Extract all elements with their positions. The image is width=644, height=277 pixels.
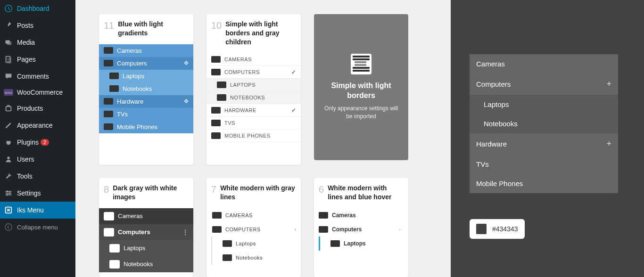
sidebar-item-label: Comments [17,73,49,80]
thumb-icon [104,228,114,236]
svg-rect-4 [7,57,11,64]
sidebar-item-appearance[interactable]: Appearance [0,117,75,134]
menu-row: Cameras [99,44,193,57]
sidebar-item-label: Posts [17,22,33,29]
plus-icon: + [606,79,611,89]
pin-icon [4,21,13,30]
thumb-icon [212,226,222,233]
thumb-icon [104,98,113,105]
menu-row: HARDWARE✓ [206,104,301,117]
menu-row: Mobile Phones [99,121,193,133]
menu-row: Laptops [211,236,301,251]
sidebar-item-products[interactable]: Products [0,100,75,117]
preview-item-computers[interactable]: Computers+ [470,73,618,95]
sidebar-item-label: Settings [17,189,41,197]
menu-row: Laptops [319,236,408,251]
thumb-icon [211,132,221,139]
sidebar-item-label: Users [17,155,34,163]
thumb-icon [104,123,113,130]
thumb-icon [223,254,232,261]
menu-row: LAPTOPS [206,79,301,91]
sidebar-item-tools[interactable]: Tools [0,168,75,185]
main-content: 11 Blue with light gradients Cameras Com… [75,0,451,277]
sidebar-item-pages[interactable]: Pages [0,51,75,68]
sidebar-item-label: Products [17,105,43,112]
menu-row: MOBILE PHONES [206,130,301,142]
overlay-desc: Only appearance settings will be importe… [323,105,399,121]
svg-rect-5 [6,106,11,111]
media-icon [4,38,13,47]
preview-menu: Cameras Computers+ Laptops Notebooks Har… [470,54,618,193]
sidebar-item-label: Appearance [17,122,53,129]
menu-row: Computers⋮ [99,224,193,240]
svg-point-12 [7,194,8,196]
skin-cards-grid: 11 Blue with light gradients Cameras Com… [99,0,408,277]
skin-card-6[interactable]: 6 White modern with lines and blue hover… [314,178,408,277]
thumb-icon [104,47,113,54]
sidebar-collapse[interactable]: Collapse menu [0,219,75,236]
menu-row: Notebooks [99,256,193,272]
overlay-title: Simple with light borders [323,81,399,101]
menu-row: TVs [99,108,193,121]
products-icon [4,104,13,113]
thumb-icon [104,212,114,220]
card-number: 7 [211,184,216,195]
preview-item-cameras[interactable]: Cameras [470,54,618,73]
sidebar-item-users[interactable]: Users [0,151,75,168]
sidebar-item-comments[interactable]: Comments [0,68,75,85]
thumb-icon [104,60,113,66]
menu-row: TVS [206,117,301,130]
skin-card-overlay[interactable]: Simple with light borders Only appearanc… [314,14,408,160]
thumb-icon [217,94,226,101]
sidebar-item-label: Plugins [17,138,39,146]
sidebar-item-iks-menu[interactable]: Iks Menu [0,202,75,219]
thumb-icon [330,240,340,247]
menu-row: COMPUTERS› [206,222,301,236]
card-title: Simple with light borders and gray child… [225,20,296,47]
menu-row: CAMERAS [206,53,301,66]
color-value: #434343 [492,225,518,233]
skin-card-10[interactable]: 10 Simple with light borders and gray ch… [206,14,301,165]
menu-row: Hardware✥ [99,95,193,108]
svg-point-6 [7,157,9,159]
menu-row: Laptops [99,240,193,256]
skin-card-8[interactable]: 8 Dark gray with white images Cameras Co… [99,178,193,277]
thumb-icon [109,260,120,269]
sidebar-item-media[interactable]: Media [0,34,75,51]
thumb-icon [104,111,113,117]
sidebar-item-woocommerce[interactable]: woo WooCommerce [0,85,75,100]
sidebar-item-label: Media [17,39,35,46]
users-icon [4,155,13,164]
thumb-icon [212,212,222,219]
skin-card-11[interactable]: 11 Blue with light gradients Cameras Com… [99,14,193,165]
thumb-icon [319,212,328,219]
card-number: 10 [211,20,222,31]
menu-row: Computers← [314,222,408,236]
thumb-icon [109,73,119,79]
card-number: 8 [104,184,109,195]
plugins-icon [4,138,13,147]
tools-icon [4,171,13,181]
wp-admin-sidebar: Dashboard Posts Media Pages Comments woo… [0,0,75,277]
preview-item-laptops[interactable]: Laptops [470,95,618,114]
menu-row: Notebooks [211,251,301,265]
sidebar-item-settings[interactable]: Settings [0,185,75,202]
color-swatch [476,224,487,234]
move-icon: ✥ [184,98,189,105]
sidebar-item-dashboard[interactable]: Dashboard [0,0,75,17]
thumb-icon [109,85,119,92]
sidebar-item-label: Dashboard [17,5,50,12]
preview-item-mobile[interactable]: Mobile Phones [470,174,618,193]
sidebar-item-label: Pages [17,56,36,63]
menu-row: Cameras [314,208,408,222]
skin-card-7[interactable]: 7 White modern with gray lines CAMERAS C… [206,178,301,277]
thumb-icon [211,69,221,75]
collapse-label: Collapse menu [17,224,58,231]
sidebar-item-plugins[interactable]: Plugins 2 [0,134,75,151]
color-picker[interactable]: #434343 [470,219,525,239]
menu-row: COMPUTERS✓ [206,66,301,79]
preview-item-tvs[interactable]: TVs [470,155,618,174]
preview-item-hardware[interactable]: Hardware+ [470,133,618,155]
preview-item-notebooks[interactable]: Notebooks [470,114,618,133]
sidebar-item-posts[interactable]: Posts [0,17,75,34]
